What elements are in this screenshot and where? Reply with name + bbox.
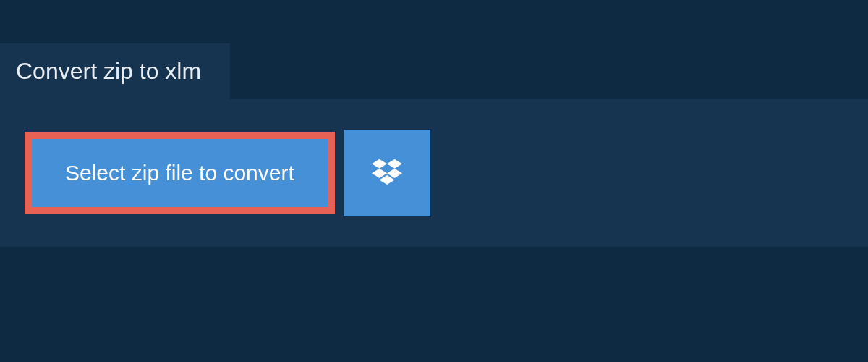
dropbox-icon [372, 157, 402, 190]
select-file-label: Select zip file to convert [65, 161, 294, 185]
tab-convert[interactable]: Convert zip to xlm [0, 43, 230, 99]
select-file-button[interactable]: Select zip file to convert [32, 139, 328, 207]
upload-panel: Select zip file to convert [0, 99, 868, 247]
tab-title: Convert zip to xlm [16, 58, 201, 84]
dropbox-button[interactable] [344, 130, 430, 216]
select-file-highlight: Select zip file to convert [25, 132, 335, 214]
tab-container: Convert zip to xlm Select zip file to co… [0, 43, 868, 247]
